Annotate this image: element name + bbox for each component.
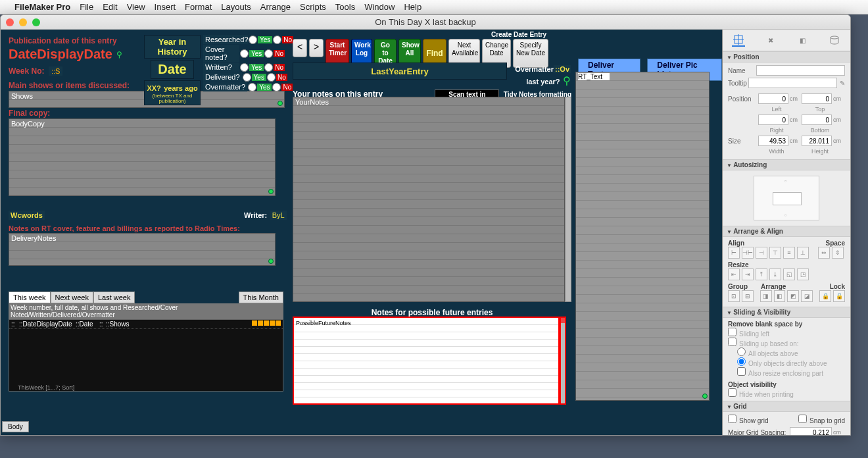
ungroup-button[interactable]: ⊟ [742, 290, 754, 302]
pos-top-input[interactable] [802, 93, 832, 104]
lock-button[interactable]: 🔒 [819, 290, 831, 302]
size-width-input[interactable] [758, 136, 788, 146]
portal-row[interactable]: :: ::DateDisplayDate ::Date :: ::Shows [9, 320, 283, 329]
portal[interactable]: :: ::DateDisplayDate ::Date :: ::Shows T… [9, 319, 283, 392]
menu-scripts[interactable]: Scripts [300, 2, 326, 12]
resize-max-h-button[interactable]: ⤓ [769, 268, 781, 280]
search-icon[interactable]: ⚲ [116, 50, 122, 59]
grid-spacing-input[interactable] [790, 427, 832, 435]
tab-this-week[interactable]: This week [9, 292, 51, 303]
lastyear-entry-field[interactable]: LastYearEntry [371, 66, 428, 76]
resize-min-w-button[interactable]: ⇤ [728, 268, 740, 280]
also-resize-check[interactable] [737, 367, 746, 376]
pos-bottom-input[interactable] [802, 114, 832, 125]
pos-right-input[interactable] [758, 114, 788, 125]
align-top-button[interactable]: ⊤ [769, 247, 781, 259]
align-right-button[interactable]: ⊣ [756, 247, 767, 259]
resize-max-w-button[interactable]: ⇥ [742, 268, 754, 280]
layout-canvas[interactable]: Publication date of this entry DateDispl… [1, 30, 723, 435]
section-grid[interactable]: Grid [723, 401, 850, 412]
group-button[interactable]: ⊡ [728, 290, 740, 302]
send-back-button[interactable]: ◪ [801, 290, 813, 302]
autosizing-control[interactable]: ▫ ▫ [754, 176, 819, 220]
menu-view[interactable]: View [127, 2, 145, 12]
titlebar[interactable]: On This Day X last backup [1, 15, 850, 30]
delivered-no[interactable] [267, 73, 276, 82]
prev-button[interactable]: < [293, 39, 307, 57]
menu-format[interactable]: Format [185, 2, 212, 12]
date-field[interactable]: Date [151, 60, 193, 79]
cover-no[interactable] [264, 49, 273, 58]
body-part-label[interactable]: Body [2, 421, 29, 432]
future-notes-field[interactable]: PossibleFutureNotes [293, 317, 560, 405]
years-ago-field[interactable]: XX? [147, 84, 160, 92]
space-h-button[interactable]: ⇔ [818, 247, 830, 259]
delivery-notes-field[interactable]: DeliveryNotes [9, 233, 276, 266]
menu-window[interactable]: Window [364, 2, 395, 12]
resize-min-button[interactable]: ◱ [783, 268, 795, 280]
overmatter-no[interactable] [272, 83, 281, 91]
show-grid-check[interactable] [728, 415, 736, 423]
menu-edit[interactable]: Edit [103, 2, 117, 12]
cover-yes[interactable] [240, 49, 249, 58]
snap-grid-check[interactable] [798, 415, 807, 423]
menu-layouts[interactable]: Layouts [221, 2, 251, 12]
inspector-tab-styles-icon[interactable]: ◧ [796, 34, 809, 47]
all-above-radio[interactable] [737, 347, 746, 356]
section-position[interactable]: Position [723, 51, 850, 63]
rt-text-field[interactable]: RT_Text [575, 72, 710, 401]
size-height-input[interactable] [802, 136, 832, 146]
section-arrange[interactable]: Arrange & Align [723, 226, 850, 237]
tab-this-month[interactable]: This Month [239, 292, 283, 303]
scrollbar[interactable] [560, 317, 566, 405]
send-backward-button[interactable]: ◩ [787, 290, 799, 302]
inspector-tab-position-icon[interactable] [732, 34, 745, 47]
only-directly-radio[interactable] [737, 357, 746, 366]
menu-tools[interactable]: Tools [335, 2, 355, 12]
yournotes-field[interactable]: YourNotes [293, 97, 565, 302]
delivered-yes[interactable] [243, 73, 251, 82]
tooltip-input[interactable] [748, 78, 837, 88]
resize-min-h-button[interactable]: ⤒ [756, 268, 767, 280]
anchor-top-icon[interactable]: ▫ [784, 178, 786, 184]
name-input[interactable] [756, 65, 845, 76]
menu-file[interactable]: File [80, 2, 93, 12]
tab-last-week[interactable]: Last week [93, 292, 135, 303]
written-no[interactable] [264, 63, 273, 72]
bring-forward-button[interactable]: ◧ [774, 290, 786, 302]
resize-max-button[interactable]: ◳ [797, 268, 809, 280]
section-sliding[interactable]: Sliding & Visibility [723, 307, 850, 318]
unlock-button[interactable]: 🔓 [833, 290, 845, 302]
align-left-button[interactable]: ⊢ [728, 247, 740, 259]
space-v-button[interactable]: ⇕ [832, 247, 844, 259]
search-icon[interactable] [702, 394, 708, 399]
overmatter-yes[interactable] [248, 83, 256, 91]
search-icon[interactable] [268, 259, 274, 264]
pencil-icon[interactable]: ✎ [840, 80, 845, 87]
sliding-up-check[interactable] [728, 338, 736, 346]
scrollbar[interactable] [565, 97, 571, 302]
hide-print-check[interactable] [728, 388, 736, 397]
inspector-tab-appearance-icon[interactable]: ✖ [764, 34, 777, 47]
align-center-h-button[interactable]: ⊣⊢ [742, 247, 754, 259]
search-icon[interactable] [277, 101, 283, 106]
wordcount-field[interactable]: Wcwords [9, 211, 45, 220]
written-yes[interactable] [240, 63, 249, 72]
align-center-v-button[interactable]: ≡ [783, 247, 795, 259]
menu-help[interactable]: Help [404, 2, 422, 12]
bring-front-button[interactable]: ◨ [760, 290, 772, 302]
next-button[interactable]: > [309, 39, 324, 57]
writer-field[interactable]: ByL [270, 211, 287, 220]
anchor-bottom-icon[interactable]: ▫ [784, 212, 786, 218]
search-icon[interactable] [268, 189, 274, 194]
researched-yes[interactable] [249, 36, 257, 44]
bodycopy-field[interactable]: BodyCopy [9, 118, 276, 196]
tab-next-week[interactable]: Next week [51, 292, 93, 303]
researched-no[interactable] [273, 36, 281, 44]
sliding-left-check[interactable] [728, 328, 736, 336]
pos-left-input[interactable] [758, 93, 788, 104]
week-no-field[interactable]: ::S [49, 66, 62, 76]
align-bottom-button[interactable]: ⊥ [797, 247, 809, 259]
date-display-merge[interactable]: DateDisplayDate [9, 47, 112, 62]
inspector-tab-data-icon[interactable] [828, 34, 841, 47]
